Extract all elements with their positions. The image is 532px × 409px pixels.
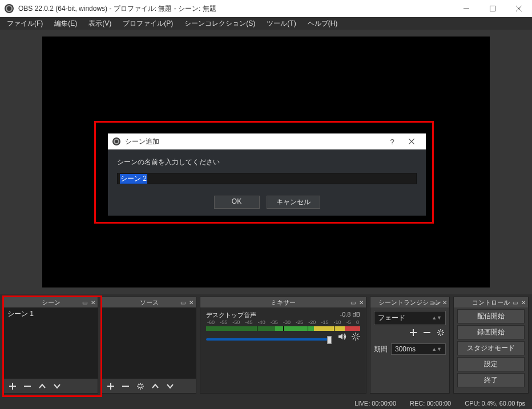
menubar: ファイル(F) 編集(E) 表示(V) プロファイル(P) シーンコレクション(… — [0, 17, 532, 30]
controls-panel: コントロール ▭ ✕ 配信開始 録画開始 スタジオモード 設定 終了 — [453, 297, 529, 394]
statusbar: LIVE: 00:00:00 REC: 00:00:00 CPU: 0.4%, … — [0, 398, 532, 409]
source-properties-button[interactable] — [135, 381, 146, 391]
dialog-logo-icon — [112, 137, 120, 145]
dialog-cancel-button[interactable]: キャンセル — [267, 196, 320, 209]
status-live: LIVE: 00:00:00 — [354, 400, 396, 407]
scene-add-button[interactable] — [7, 381, 18, 391]
settings-button[interactable]: 設定 — [457, 357, 525, 371]
source-move-up-button[interactable] — [150, 381, 160, 391]
start-recording-button[interactable]: 録画開始 — [457, 325, 525, 339]
transition-chevron-icon: ▲▼ — [432, 317, 442, 319]
mixer-channel-db: -0.8 dB — [340, 311, 360, 319]
scenes-panel-header: シーン ▭ ✕ — [4, 297, 98, 307]
window-minimize-button[interactable] — [453, 0, 479, 17]
sources-panel: ソース ▭ ✕ — [102, 297, 196, 394]
obs-window: OBS 22.0.2 (64-bit, windows) - プロファイル: 無… — [0, 0, 532, 409]
scene-name-value: シーン 2 — [120, 174, 147, 184]
controls-panel-close-icon[interactable]: ✕ — [521, 299, 526, 306]
transition-settings-button[interactable] — [437, 329, 445, 339]
dock-area: シーン ▭ ✕ シーン 1 ソース ▭ ✕ — [0, 294, 532, 394]
scene-move-up-button[interactable] — [37, 381, 47, 391]
mixer-panel-header: ミキサー ▭ ✕ — [200, 297, 366, 307]
menu-tools[interactable]: ツール(T) — [262, 18, 300, 30]
start-streaming-button[interactable]: 配信開始 — [457, 309, 525, 323]
source-move-down-button[interactable] — [165, 381, 175, 391]
controls-panel-title: コントロール — [472, 298, 510, 307]
scenes-panel-popout-icon[interactable]: ▭ — [82, 299, 87, 306]
status-cpu: CPU: 0.4%, 60.00 fps — [465, 400, 525, 407]
window-close-button[interactable] — [506, 0, 532, 17]
scene-name-input[interactable]: シーン 2 — [117, 173, 417, 184]
controls-panel-header: コントロール ▭ ✕ — [454, 297, 528, 307]
mixer-panel-title: ミキサー — [271, 298, 296, 307]
dialog-help-button[interactable]: ? — [382, 137, 402, 146]
mixer-panel-close-icon[interactable]: ✕ — [359, 299, 364, 306]
add-scene-dialog: シーン追加 ? シーンの名前を入力してください シーン 2 OK キャンセル — [108, 133, 426, 216]
studio-mode-button[interactable]: スタジオモード — [457, 341, 525, 355]
sources-panel-close-icon[interactable]: ✕ — [189, 299, 194, 306]
controls-body: 配信開始 録画開始 スタジオモード 設定 終了 — [454, 307, 528, 393]
scene-remove-button[interactable] — [22, 381, 33, 391]
scenes-panel: シーン ▭ ✕ シーン 1 — [3, 297, 98, 394]
transition-panel-header: シーントランジション ▭ ✕ — [370, 297, 449, 307]
sources-panel-title: ソース — [140, 298, 159, 307]
mixer-mute-icon[interactable] — [337, 332, 346, 341]
dialog-title: シーン追加 — [125, 137, 159, 147]
transition-duration-label: 期間 — [374, 345, 388, 354]
menu-scene-collection[interactable]: シーンコレクション(S) — [180, 18, 260, 30]
dialog-close-button[interactable] — [402, 137, 421, 146]
mixer-body: デスクトップ音声 -0.8 dB -60 -55 -50 -45 -40 -35… — [200, 307, 366, 393]
scene-list-item[interactable]: シーン 1 — [4, 307, 98, 321]
menu-view[interactable]: 表示(V) — [84, 18, 116, 30]
mixer-panel: ミキサー ▭ ✕ デスクトップ音声 -0.8 dB -60 -55 -50 — [200, 297, 366, 394]
dialog-prompt: シーンの名前を入力してください — [117, 157, 417, 167]
mixer-panel-popout-icon[interactable]: ▭ — [350, 299, 356, 306]
scenes-list[interactable]: シーン 1 — [4, 307, 98, 378]
svg-rect-0 — [490, 6, 495, 11]
transition-panel-close-icon[interactable]: ✕ — [442, 299, 447, 306]
transition-add-button[interactable] — [409, 329, 417, 339]
sources-panel-header: ソース ▭ ✕ — [102, 297, 196, 307]
scenes-panel-title: シーン — [42, 298, 61, 307]
mixer-volume-slider[interactable] — [206, 338, 331, 341]
dialog-ok-button[interactable]: OK — [214, 196, 260, 209]
window-title: OBS 22.0.2 (64-bit, windows) - プロファイル: 無… — [18, 4, 216, 14]
menu-help[interactable]: ヘルプ(H) — [303, 18, 342, 30]
transition-panel-title: シーントランジション — [378, 298, 441, 307]
menu-edit[interactable]: 編集(E) — [50, 18, 82, 30]
svg-point-2 — [354, 335, 357, 338]
exit-button[interactable]: 終了 — [457, 373, 525, 387]
scenes-toolbar — [4, 378, 98, 393]
transition-select[interactable]: フェード ▲▼ — [374, 311, 446, 325]
transition-body: フェード ▲▼ 期間 300ms ▲▼ — [370, 307, 449, 393]
transition-duration-value: 300ms — [395, 345, 416, 353]
menu-profile[interactable]: プロファイル(P) — [118, 18, 178, 30]
transition-selected: フェード — [378, 313, 405, 323]
source-add-button[interactable] — [106, 381, 116, 391]
mixer-meter — [206, 326, 360, 331]
mixer-settings-icon[interactable] — [351, 332, 360, 341]
app-logo-icon — [5, 4, 14, 13]
dialog-titlebar: シーン追加 ? — [108, 133, 426, 149]
scenes-panel-close-icon[interactable]: ✕ — [91, 299, 95, 306]
sources-list[interactable] — [102, 307, 196, 378]
transition-duration-input[interactable]: 300ms ▲▼ — [391, 343, 446, 355]
status-rec: REC: 00:00:00 — [410, 400, 451, 407]
mixer-channel-name: デスクトップ音声 — [206, 311, 256, 319]
svg-point-1 — [139, 384, 142, 388]
transition-remove-button[interactable] — [423, 329, 431, 339]
scene-move-down-button[interactable] — [52, 381, 62, 391]
mixer-scale: -60 -55 -50 -45 -40 -35 -30 -25 -20 -15 … — [206, 319, 360, 325]
svg-point-3 — [439, 331, 442, 334]
spinner-arrows-icon[interactable]: ▲▼ — [432, 348, 442, 351]
sources-panel-popout-icon[interactable]: ▭ — [180, 299, 186, 306]
window-maximize-button[interactable] — [479, 0, 506, 17]
transition-panel-popout-icon[interactable]: ▭ — [434, 299, 439, 306]
sources-toolbar — [102, 378, 196, 393]
menu-file[interactable]: ファイル(F) — [2, 18, 47, 30]
window-titlebar: OBS 22.0.2 (64-bit, windows) - プロファイル: 無… — [0, 0, 532, 17]
transition-panel: シーントランジション ▭ ✕ フェード ▲▼ 期間 — [370, 297, 450, 394]
source-remove-button[interactable] — [120, 381, 131, 391]
mixer-channel: デスクトップ音声 -0.8 dB -60 -55 -50 -45 -40 -35… — [200, 307, 366, 332]
controls-panel-popout-icon[interactable]: ▭ — [513, 299, 518, 306]
